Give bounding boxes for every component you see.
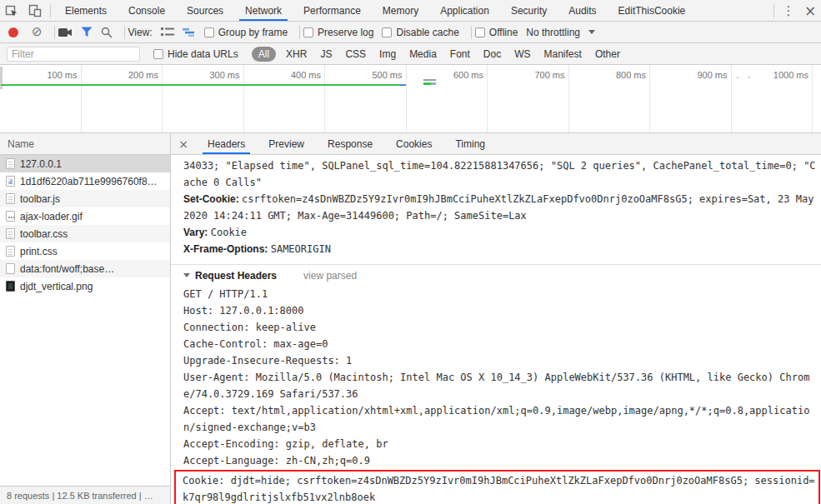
timeline-overview[interactable]: 100 ms 200 ms 300 ms 400 ms 500 ms 600 m… [0,65,821,133]
filter-toggle-button[interactable] [81,27,93,37]
record-button[interactable] [8,27,18,37]
panel-tabs: Elements Console Sources Network Perform… [54,0,696,21]
devtools-window: Elements Console Sources Network Perform… [0,0,821,504]
file-type-icon [6,263,15,274]
capture-screenshots-button[interactable] [58,27,73,37]
header-name: Set-Cookie: [183,193,239,205]
request-row[interactable]: 1d1df6220ab711e9996760f8… [0,172,170,190]
panel-tab[interactable]: Network [234,0,293,21]
network-toolbar: ⊘ View: [0,22,821,43]
request-row[interactable]: 127.0.0.1 [0,155,170,172]
response-header: X-Frame-Options: SAMEORIGIN [183,241,819,257]
timeline-blue-tip [399,84,406,86]
request-header-line: Upgrade-Insecure-Requests: 1 [183,352,819,369]
view-parsed-link[interactable]: view parsed [303,270,357,282]
close-devtools-icon[interactable]: × [799,0,821,21]
filter-input[interactable] [7,47,140,62]
preserve-log-checkbox[interactable] [303,27,313,37]
disable-cache-option: Disable cache [382,27,458,38]
resource-type-filter[interactable]: XHR [286,48,307,60]
request-name: djdt_vertical.png [20,281,93,292]
resource-type-filter[interactable]: Other [595,48,620,60]
resource-type-filter[interactable]: Media [409,48,437,60]
panel-tab[interactable]: Sources [176,0,234,21]
request-row[interactable]: print.css [0,242,170,260]
resource-type-filter[interactable]: All [252,47,276,62]
file-type-icon [6,246,15,257]
request-header-line: User-Agent: Mozilla/5.0 (Macintosh; Inte… [183,369,819,402]
request-row[interactable]: toolbar.js [0,190,170,207]
panel-tab[interactable]: Audits [558,0,607,21]
request-row[interactable]: toolbar.css [0,225,170,242]
device-toolbar-icon[interactable] [23,0,47,21]
request-name: data:font/woff;base… [20,263,114,275]
panel-tab[interactable]: Elements [54,0,118,21]
cookie-header-line: Cookie: djdt=hide; csrftoken=z4sDnWBZDz5… [183,472,815,504]
timeline-green-line [1,84,399,86]
headers-body: 34033; "Elapsed time", SQLPanel_sql_time… [171,155,821,504]
clear-button[interactable]: ⊘ [32,26,43,38]
large-rows-toggle[interactable] [161,27,174,37]
timeline-ticks: 100 ms 200 ms 300 ms 400 ms 500 ms 600 m… [0,65,821,132]
inspect-element-icon[interactable] [0,0,23,21]
resource-type-filter[interactable]: CSS [345,48,366,60]
panel-tab[interactable]: Console [118,0,176,21]
timeline-tick-label: 600 ms [407,65,488,132]
header-name: X-Frame-Options: [183,243,268,255]
panel-tab[interactable]: Memory [372,0,429,21]
request-name: ajax-loader.gif [20,211,83,222]
request-header-line: Accept-Language: zh-CN,zh;q=0.9 [183,452,819,469]
waterfall-mini-dot [748,77,750,78]
group-by-frame-label[interactable]: Group by frame [218,27,288,38]
search-button[interactable] [101,27,113,38]
detail-tab-bar: × Headers Preview Response Cookies Timin… [171,133,821,155]
preserve-log-label[interactable]: Preserve log [318,27,373,38]
timeline-tick-label: 700 ms [488,65,569,132]
timeline-tick-label: 100 ms [0,65,82,132]
detail-tab[interactable]: Preview [257,133,316,154]
request-row[interactable]: ajax-loader.gif [0,207,170,225]
resource-type-filter[interactable]: Font [450,48,470,60]
throttling-select[interactable]: No throttling [526,27,595,38]
detail-tab[interactable]: Cookies [384,133,443,154]
show-overview-toggle[interactable] [183,27,196,37]
hide-data-urls-checkbox[interactable] [153,49,163,59]
view-label: View: [128,27,153,38]
detail-tab[interactable]: Response [316,133,384,154]
group-by-frame-checkbox[interactable] [204,27,214,37]
offline-checkbox[interactable] [475,27,485,37]
panel-tab[interactable]: EditThisCookie [608,0,697,21]
hide-data-urls-label[interactable]: Hide data URLs [168,48,238,60]
disable-cache-checkbox[interactable] [382,27,392,37]
detail-tab[interactable]: Headers [196,133,257,154]
more-menu-icon[interactable]: ⋮ [778,0,799,21]
request-headers-title: Request Headers [195,270,277,282]
resource-type-filter[interactable]: Doc [483,48,501,60]
detail-tab[interactable]: Timing [443,133,497,154]
resource-type-filter[interactable]: Manifest [544,48,582,60]
disclosure-triangle-icon[interactable] [183,273,190,277]
close-detail-icon[interactable]: × [171,133,196,154]
panel-tab[interactable]: Security [500,0,558,21]
request-headers-section-header[interactable]: Request Headers view parsed [183,265,819,286]
request-header-line: Connection: keep-alive [183,319,819,336]
request-row[interactable]: djdt_vertical.png [0,277,170,295]
resource-type-filter[interactable]: JS [320,48,332,60]
name-column-header[interactable]: Name [0,133,170,155]
panel-tab[interactable]: Application [429,0,500,21]
offline-label[interactable]: Offline [489,27,518,38]
timeline-tick-label: 900 ms [650,65,732,132]
response-header-overflow: 34033; "Elapsed time", SQLPanel_sql_time… [183,157,819,191]
request-row[interactable]: data:font/woff;base… [0,260,170,277]
summary-text: 8 requests | 12.5 KB transferred | … [7,491,153,501]
header-value: Cookie [211,227,247,238]
disable-cache-label[interactable]: Disable cache [396,27,458,38]
header-value: SAMEORIGIN [271,243,331,255]
request-header-line: Accept: text/html,application/xhtml+xml,… [183,402,819,436]
panel-tab[interactable]: Performance [293,0,372,21]
waterfall-view-icon [183,27,196,37]
divider [471,26,472,39]
resource-type-filter[interactable]: WS [514,48,530,60]
resource-type-filter[interactable]: Img [379,48,396,60]
header-name: Vary: [183,227,208,238]
